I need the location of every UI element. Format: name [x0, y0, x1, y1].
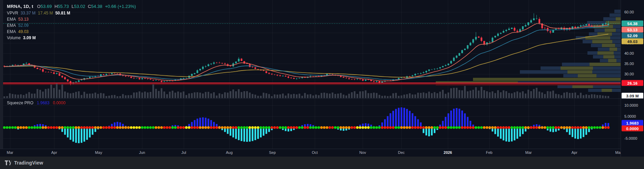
price-badge: 1.9683 [622, 120, 643, 126]
time-axis-label: Mar [7, 150, 13, 155]
price-axis-label: 30.00 [624, 72, 634, 76]
time-axis-label: Feb [486, 150, 493, 155]
time-axis-label: Nov [359, 150, 366, 155]
volume-value: 3.09 M [23, 35, 36, 40]
tradingview-logo-icon [5, 160, 12, 165]
price-badge: 0.0000 [622, 126, 643, 131]
price-badge: 26.16 [622, 80, 643, 86]
price-change: +0.66 (+1.23%) [105, 4, 136, 9]
ema-fast-value: 53.13 [18, 17, 29, 22]
time-axis-label: 2026 [444, 150, 452, 155]
pane-separator[interactable] [0, 98, 644, 99]
squeeze-title: Squeeze PRO [7, 101, 33, 105]
time-axis-label: Apr [51, 150, 57, 155]
vpvr-value-3: 50.81 M [55, 11, 70, 15]
time-axis-label: Aug [226, 150, 233, 155]
indicator-row-ema-mid[interactable]: EMA 52.09 [7, 22, 136, 29]
time-axis-label: Jul [181, 150, 186, 155]
left-edge-strip [0, 0, 3, 157]
time-axis-label: Apr [571, 150, 577, 155]
time-axis-label: Oct [312, 150, 318, 155]
price-badge: 54.38 [622, 21, 643, 27]
indicator-row-volume[interactable]: Volume 3.09 M [7, 35, 136, 41]
footer-bar: TradingView [0, 157, 644, 169]
price-badge: 49.03 [622, 39, 643, 44]
time-axis-label: Mar [525, 150, 532, 155]
time-axis-label: Jun [139, 150, 145, 155]
vpvr-value-1: 33.37 M [21, 11, 36, 15]
price-badge: 53.13 [622, 27, 643, 33]
squeeze-state-value: 0.0000 [53, 101, 66, 105]
symbol-row[interactable]: MRNA, 1D, t O53.69 H55.73 L53.02 C54.38 … [7, 3, 136, 10]
price-axis-label: 5.0000 [624, 114, 636, 118]
price-axis-label: 40.00 [624, 51, 634, 55]
time-axis-label: Sep [269, 150, 276, 155]
indicator-row-vpvr[interactable]: VPVR 33.37 M 17.45 M 50.81 M [7, 10, 136, 16]
symbol-title: MRNA, 1D, t [7, 4, 33, 9]
price-axis-label: 10.0000 [624, 103, 638, 107]
price-axis[interactable]: 60.0045.0040.0035.0030.0025.0010.00005.0… [621, 0, 644, 157]
time-axis-label: May [95, 150, 102, 155]
time-axis[interactable]: MarAprMayJunJulAugSepOctNovDec2026FebMar… [0, 149, 644, 157]
indicator-row-ema-fast[interactable]: EMA 53.13 [7, 16, 136, 22]
indicator-row-squeeze-pro[interactable]: Squeeze PRO 1.9683 0.0000 [7, 101, 66, 105]
squeeze-momentum-value: 1.9683 [37, 101, 50, 105]
price-axis-label: 60.00 [624, 10, 634, 14]
tradingview-chart-window: MRNA, 1D, t O53.69 H55.73 L53.02 C54.38 … [0, 0, 644, 169]
price-axis-label: 35.00 [624, 62, 634, 66]
price-badge: 3.09 M [622, 93, 643, 99]
ema-slow-value: 49.03 [18, 29, 29, 34]
tradingview-logo[interactable]: TradingView [5, 160, 43, 166]
price-badge: 52.09 [622, 33, 643, 39]
vpvr-value-2: 17.45 M [38, 11, 53, 15]
ema-mid-value: 52.09 [18, 23, 29, 28]
tradingview-logo-text: TradingView [14, 160, 43, 166]
ohlc-values: O53.69 H55.73 L53.02 C54.38 +0.66 (+1.23… [36, 4, 136, 9]
price-axis-label: -5.0000 [624, 136, 637, 140]
indicator-row-ema-slow[interactable]: EMA 49.03 [7, 29, 136, 35]
chart-legend: MRNA, 1D, t O53.69 H55.73 L53.02 C54.38 … [7, 3, 136, 41]
time-axis-label: Dec [398, 150, 405, 155]
